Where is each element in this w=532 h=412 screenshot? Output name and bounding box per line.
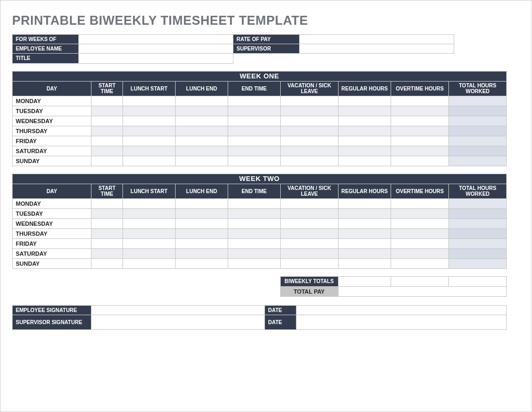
cell[interactable] (281, 198, 339, 208)
cell[interactable] (91, 126, 123, 136)
cell[interactable] (391, 106, 449, 116)
supervisor-signature-value[interactable] (91, 315, 265, 329)
cell[interactable] (391, 248, 449, 258)
total-cell[interactable] (449, 116, 507, 126)
cell[interactable] (281, 218, 339, 228)
cell[interactable] (123, 136, 176, 146)
cell[interactable] (91, 238, 123, 248)
total-cell[interactable] (449, 248, 507, 258)
cell[interactable] (228, 218, 281, 228)
cell[interactable] (123, 106, 176, 116)
cell[interactable] (228, 136, 281, 146)
cell[interactable] (123, 146, 176, 156)
cell[interactable] (339, 228, 391, 238)
cell[interactable] (339, 218, 391, 228)
cell[interactable] (391, 218, 449, 228)
total-cell[interactable] (449, 218, 507, 228)
cell[interactable] (176, 116, 228, 126)
cell[interactable] (281, 126, 339, 136)
employee-date-value[interactable] (296, 305, 507, 315)
cell[interactable] (391, 116, 449, 126)
cell[interactable] (391, 228, 449, 238)
cell[interactable] (339, 96, 391, 106)
cell[interactable] (339, 136, 391, 146)
cell[interactable] (91, 116, 123, 126)
cell[interactable] (123, 126, 176, 136)
cell[interactable] (228, 156, 281, 166)
cell[interactable] (228, 146, 281, 156)
cell[interactable] (123, 238, 176, 248)
cell[interactable] (176, 96, 228, 106)
cell[interactable] (123, 258, 176, 268)
cell[interactable] (123, 248, 176, 258)
cell[interactable] (391, 156, 449, 166)
cell[interactable] (281, 146, 339, 156)
cell[interactable] (176, 228, 228, 238)
cell[interactable] (339, 198, 391, 208)
cell[interactable] (176, 198, 228, 208)
cell[interactable] (123, 218, 176, 228)
cell[interactable] (391, 198, 449, 208)
cell[interactable] (228, 248, 281, 258)
cell[interactable] (176, 258, 228, 268)
cell[interactable] (91, 198, 123, 208)
cell[interactable] (391, 126, 449, 136)
total-cell[interactable] (449, 228, 507, 238)
cell[interactable] (123, 228, 176, 238)
cell[interactable] (391, 238, 449, 248)
total-cell[interactable] (449, 208, 507, 218)
cell[interactable] (123, 96, 176, 106)
cell[interactable] (91, 136, 123, 146)
cell[interactable] (91, 208, 123, 218)
biweekly-regular-total[interactable] (338, 276, 391, 286)
employee-name-value[interactable] (79, 44, 233, 54)
for-weeks-of-value[interactable] (79, 35, 233, 44)
cell[interactable] (123, 156, 176, 166)
cell[interactable] (281, 248, 339, 258)
cell[interactable] (228, 238, 281, 248)
cell[interactable] (228, 258, 281, 268)
cell[interactable] (228, 208, 281, 218)
total-cell[interactable] (449, 258, 507, 268)
cell[interactable] (391, 136, 449, 146)
cell[interactable] (339, 116, 391, 126)
cell[interactable] (228, 116, 281, 126)
cell[interactable] (281, 96, 339, 106)
cell[interactable] (391, 208, 449, 218)
cell[interactable] (339, 106, 391, 116)
cell[interactable] (176, 106, 228, 116)
cell[interactable] (281, 116, 339, 126)
biweekly-hours-total[interactable] (448, 276, 506, 286)
cell[interactable] (339, 258, 391, 268)
cell[interactable] (176, 238, 228, 248)
cell[interactable] (91, 258, 123, 268)
total-cell[interactable] (449, 106, 507, 116)
cell[interactable] (281, 106, 339, 116)
cell[interactable] (228, 96, 281, 106)
cell[interactable] (339, 146, 391, 156)
rate-of-pay-value[interactable] (300, 35, 454, 44)
cell[interactable] (339, 238, 391, 248)
cell[interactable] (339, 208, 391, 218)
cell[interactable] (91, 106, 123, 116)
cell[interactable] (339, 126, 391, 136)
supervisor-value[interactable] (300, 44, 454, 54)
biweekly-overtime-total[interactable] (391, 276, 448, 286)
total-cell[interactable] (449, 156, 507, 166)
cell[interactable] (123, 198, 176, 208)
cell[interactable] (228, 126, 281, 136)
cell[interactable] (91, 96, 123, 106)
cell[interactable] (281, 136, 339, 146)
cell[interactable] (228, 198, 281, 208)
cell[interactable] (228, 106, 281, 116)
cell[interactable] (176, 156, 228, 166)
cell[interactable] (281, 208, 339, 218)
cell[interactable] (123, 116, 176, 126)
cell[interactable] (391, 146, 449, 156)
cell[interactable] (123, 208, 176, 218)
cell[interactable] (281, 156, 339, 166)
employee-signature-value[interactable] (91, 305, 265, 315)
supervisor-date-value[interactable] (296, 315, 507, 329)
cell[interactable] (281, 258, 339, 268)
total-cell[interactable] (449, 146, 507, 156)
